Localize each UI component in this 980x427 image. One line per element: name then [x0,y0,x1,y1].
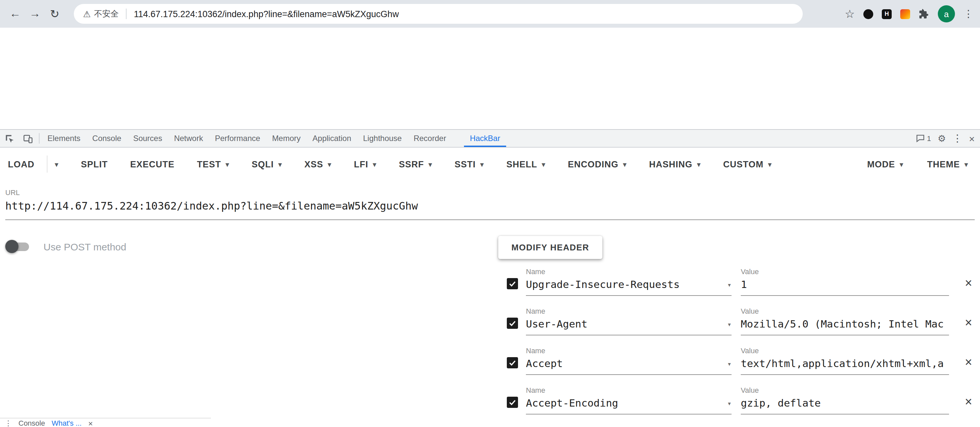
reload-button[interactable]: ↻ [45,4,65,24]
header-enabled-checkbox[interactable] [507,278,518,289]
extension-colorful-icon[interactable] [900,9,910,19]
chevron-down-icon: ▾ [429,160,432,168]
browser-toolbar-right: ☆ H a ⋮ [845,0,976,28]
header-name-select[interactable]: Name Upgrade-Insecure-Requests▾ [526,268,732,296]
message-count: 1 [927,135,931,142]
hackbar-toolbar: LOAD ▾ SPLIT EXECUTE TEST▾ SQLI▾ XSS▾ LF… [0,148,980,180]
header-row: Name User-Agent▾ Value Mozilla/5.0 (Maci… [498,307,980,335]
header-value-input[interactable]: Value 1 [741,268,949,296]
header-value-input[interactable]: Value Mozilla/5.0 (Macintosh; Intel Mac [741,307,949,335]
chevron-down-icon: ▾ [226,160,229,168]
drawer-tab-whats-new[interactable]: What's ... [52,419,82,427]
drawer-tab-console[interactable]: Console [19,419,45,427]
browser-menu-icon[interactable]: ⋮ [964,8,974,20]
execute-button[interactable]: EXECUTE [130,159,175,169]
devtools-tabbar-right: 1 ⚙ ⋮ × [916,130,980,147]
lfi-menu-button[interactable]: LFI▾ [354,159,377,169]
back-button[interactable]: ← [5,4,25,24]
tab-memory[interactable]: Memory [266,130,307,147]
theme-menu-button[interactable]: THEME▾ [927,159,968,169]
extensions-puzzle-icon[interactable] [919,9,929,19]
modify-header-panel: MODIFY HEADER Name Upgrade-Insecure-Requ… [498,236,980,426]
remove-header-icon[interactable]: × [965,277,972,289]
hackbar-toolbar-left: LOAD ▾ SPLIT EXECUTE TEST▾ SQLI▾ XSS▾ LF… [8,156,772,173]
page-content [0,28,980,129]
sqli-menu-button[interactable]: SQLI▾ [252,159,282,169]
ssti-menu-button[interactable]: SSTI▾ [455,159,484,169]
header-rows: Name Upgrade-Insecure-Requests▾ Value 1 … [498,268,980,414]
tab-elements[interactable]: Elements [41,130,86,147]
toggle-thumb [5,240,19,253]
drawer-menu-icon[interactable]: ⋮ [5,419,12,427]
address-bar[interactable]: ⚠ 不安全 114.67.175.224:10362/index.php?lin… [74,4,803,24]
load-button[interactable]: LOAD [8,159,35,169]
devtools-close-icon[interactable]: × [969,133,975,144]
shell-menu-button[interactable]: SHELL▾ [506,159,546,169]
url-field-input[interactable]: http://114.67.175.224:10362/index.php?li… [5,200,975,220]
ssrf-menu-button[interactable]: SSRF▾ [399,159,432,169]
chevron-down-icon: ▾ [727,399,732,408]
post-method-row: Use POST method [5,238,126,254]
post-method-label: Use POST method [43,241,126,252]
security-label: 不安全 [94,8,119,19]
tab-network[interactable]: Network [168,130,209,147]
modify-header-button[interactable]: MODIFY HEADER [498,236,602,259]
tab-performance[interactable]: Performance [209,130,266,147]
load-button-group: LOAD ▾ [8,156,59,173]
header-name-select[interactable]: Name User-Agent▾ [526,307,732,335]
header-value-input[interactable]: Value text/html,application/xhtml+xml,a [741,347,949,375]
url-text[interactable]: 114.67.175.224:10362/index.php?line=&fil… [134,9,399,19]
chevron-down-icon: ▾ [768,160,772,168]
tab-hackbar[interactable]: HackBar [464,130,506,147]
header-name-select[interactable]: Name Accept▾ [526,347,732,375]
chevron-down-icon: ▾ [727,280,732,289]
tabbar-divider [39,133,40,144]
xss-menu-button[interactable]: XSS▾ [304,159,331,169]
test-menu-button[interactable]: TEST▾ [197,159,229,169]
drawer-tab-close-icon[interactable]: × [88,419,93,427]
header-enabled-checkbox[interactable] [507,397,518,408]
remove-header-icon[interactable]: × [965,356,972,368]
chevron-down-icon: ▾ [373,160,376,168]
warning-icon: ⚠ [83,9,91,19]
extension-circle-icon[interactable] [863,9,873,19]
hackbar-toolbar-right: MODE▾ THEME▾ [867,159,972,169]
security-chip[interactable]: ⚠ 不安全 [83,8,119,19]
url-field-label: URL [5,189,975,196]
device-toolbar-icon[interactable] [19,130,37,147]
chevron-down-icon: ▾ [697,160,700,168]
tab-lighthouse[interactable]: Lighthouse [357,130,407,147]
encoding-menu-button[interactable]: ENCODING▾ [568,159,627,169]
tab-recorder[interactable]: Recorder [407,130,452,147]
custom-menu-button[interactable]: CUSTOM▾ [723,159,772,169]
remove-header-icon[interactable]: × [965,395,972,408]
load-split-divider [47,156,48,173]
chevron-down-icon: ▾ [623,160,627,168]
omnibox-divider [126,9,127,19]
post-method-toggle[interactable] [5,238,30,254]
remove-header-icon[interactable]: × [965,316,972,329]
chevron-down-icon: ▾ [900,160,903,168]
header-value-input[interactable]: Value gzip, deflate [741,386,949,414]
chevron-down-icon: ▾ [964,160,968,168]
devtools-settings-gear-icon[interactable]: ⚙ [937,133,946,144]
tab-sources[interactable]: Sources [127,130,168,147]
hashing-menu-button[interactable]: HASHING▾ [649,159,701,169]
devtools-drawer-tabs: ⋮ Console What's ... × [0,418,211,427]
header-enabled-checkbox[interactable] [507,357,518,368]
devtools-menu-icon[interactable]: ⋮ [952,132,962,144]
load-caret-icon[interactable]: ▾ [55,160,59,168]
console-messages-badge[interactable]: 1 [916,135,931,142]
inspect-element-icon[interactable] [0,130,19,147]
header-enabled-checkbox[interactable] [507,317,518,329]
screen: ← → ↻ ⚠ 不安全 114.67.175.224:10362/index.p… [0,0,980,427]
extension-square-icon[interactable]: H [882,9,892,19]
tab-console[interactable]: Console [86,130,127,147]
profile-avatar[interactable]: a [938,5,955,22]
mode-menu-button[interactable]: MODE▾ [867,159,903,169]
split-button[interactable]: SPLIT [81,159,108,169]
forward-button[interactable]: → [25,4,45,24]
bookmark-star-icon[interactable]: ☆ [845,7,855,21]
header-name-select[interactable]: Name Accept-Encoding▾ [526,386,732,414]
tab-application[interactable]: Application [307,130,357,147]
